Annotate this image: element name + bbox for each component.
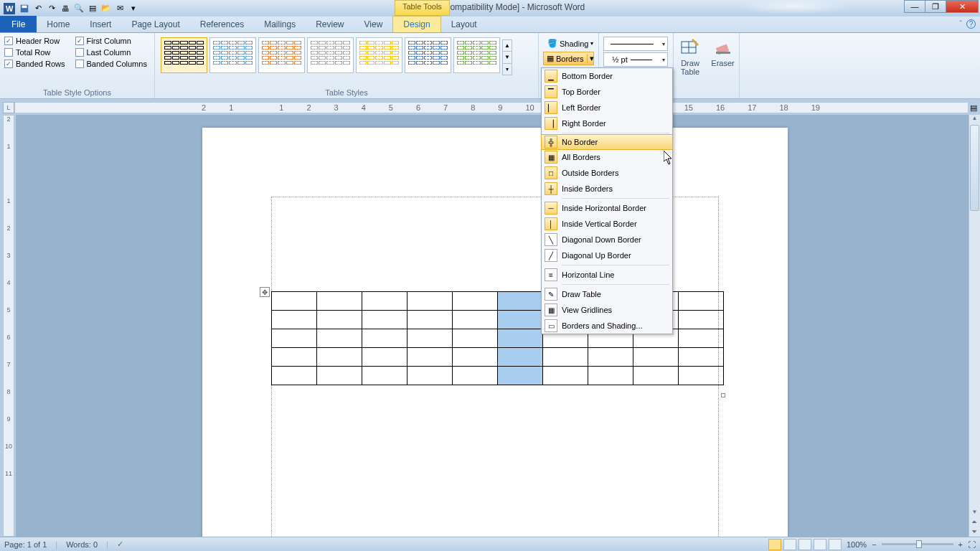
tab-references[interactable]: References	[190, 16, 254, 32]
dd-horizontal-line[interactable]: ≡Horizontal Line	[542, 267, 672, 283]
tab-mailings[interactable]: Mailings	[254, 16, 306, 32]
tab-insert[interactable]: Insert	[80, 16, 121, 32]
help-icon[interactable]: ?	[966, 19, 976, 29]
status-proofing-icon[interactable]: ✓	[117, 540, 123, 549]
table-style-5[interactable]	[356, 37, 402, 73]
dd-borders-and-shading[interactable]: ▭Borders and Shading...	[542, 318, 672, 334]
qat-email-icon[interactable]: ✉	[114, 3, 126, 14]
pen-weight-selector[interactable]: ½ pt	[603, 52, 668, 67]
borders-button[interactable]: ▦ Borders ▾	[543, 52, 594, 65]
scrollbar-thumb[interactable]	[970, 125, 979, 211]
dd-inside-horizontal[interactable]: ─Inside Horizontal Border	[542, 200, 672, 216]
chk-banded-rows[interactable]: Banded Rows	[4, 60, 65, 68]
qat-save-icon[interactable]	[19, 3, 30, 14]
qat-customize-icon[interactable]: ▾	[128, 3, 139, 14]
gallery-scroll-up[interactable]: ▲	[503, 40, 512, 52]
chk-total-row-label: Total Row	[16, 48, 50, 57]
next-page-icon[interactable]: ⏷	[969, 528, 980, 535]
zoom-out-button[interactable]: −	[872, 540, 876, 549]
dd-right-border[interactable]: ▕Right Border	[542, 116, 672, 131]
restore-button[interactable]: ❐	[925, 0, 946, 13]
chk-banded-columns[interactable]: Banded Columns	[75, 60, 147, 68]
borders-dropdown-menu: ▁Bottom Border ▔Top Border ▏Left Border …	[541, 67, 673, 334]
qat-quickprint-icon[interactable]: 🖶	[60, 3, 71, 14]
dd-left-border[interactable]: ▏Left Border	[542, 100, 672, 116]
no-border-icon: ╬	[545, 136, 557, 149]
minimize-button[interactable]: —	[904, 0, 925, 13]
toggle-ruler-icon[interactable]: ▤	[969, 102, 979, 113]
pen-style-selector[interactable]	[603, 37, 668, 51]
chk-header-row[interactable]: Header Row	[4, 37, 65, 45]
dd-outside-borders[interactable]: □Outside Borders	[542, 165, 672, 181]
dd-inside-vertical[interactable]: │Inside Vertical Border	[542, 216, 672, 232]
borders-shading-icon: ▭	[545, 319, 557, 332]
group-table-styles: Table Styles	[155, 88, 538, 97]
zoom-in-button[interactable]: +	[958, 540, 963, 549]
dd-no-border[interactable]: ╬No Border	[541, 134, 673, 150]
table-resize-handle[interactable]	[721, 393, 725, 397]
qat-open-icon[interactable]: 📂	[100, 3, 112, 14]
dd-inside-borders-label: Inside Borders	[562, 184, 613, 193]
dd-all-borders[interactable]: ▦All Borders	[542, 149, 672, 165]
eraser-button[interactable]: Eraser	[711, 35, 735, 70]
status-words[interactable]: Words: 0	[66, 540, 98, 549]
qat-redo-icon[interactable]: ↷	[46, 3, 57, 14]
draw-table-label: Draw Table	[681, 59, 699, 76]
vertical-ruler[interactable]: 211234567891011	[3, 115, 14, 537]
tab-review[interactable]: Review	[306, 16, 354, 32]
view-draft[interactable]	[829, 539, 842, 550]
table-style-4[interactable]	[307, 37, 354, 73]
view-outline[interactable]	[814, 539, 826, 550]
borders-dropdown-toggle[interactable]: ▾	[587, 54, 596, 63]
zoom-slider[interactable]	[882, 543, 953, 545]
qat-printpreview-icon[interactable]: 🔍	[73, 3, 85, 14]
dd-diagonal-down[interactable]: ╲Diagonal Down Border	[542, 232, 672, 248]
dd-bottom-border[interactable]: ▁Bottom Border	[542, 68, 672, 84]
draw-table-button[interactable]: Draw Table	[678, 35, 702, 78]
prev-page-icon[interactable]: ⏶	[969, 518, 980, 525]
tab-design[interactable]: Design	[392, 16, 440, 32]
shading-button[interactable]: 🪣 Shading ▾	[543, 37, 594, 50]
table-style-6[interactable]	[405, 37, 451, 73]
table-move-handle[interactable]: ✥	[260, 287, 270, 297]
chk-last-column[interactable]: Last Column	[75, 48, 147, 57]
chk-total-row[interactable]: Total Row	[4, 48, 65, 57]
gallery-more[interactable]: ▾	[503, 64, 512, 75]
gallery-scroll-down[interactable]: ▼	[503, 52, 512, 63]
tab-page-layout[interactable]: Page Layout	[121, 16, 189, 32]
status-page[interactable]: Page: 1 of 1	[4, 540, 47, 549]
close-button[interactable]: ✕	[946, 0, 979, 13]
table-style-3[interactable]	[258, 37, 305, 73]
dd-all-borders-label: All Borders	[562, 153, 600, 161]
dd-inside-borders[interactable]: ┼Inside Borders	[542, 181, 672, 197]
zoom-level[interactable]: 100%	[847, 540, 867, 549]
tab-home[interactable]: Home	[37, 16, 80, 32]
dd-top-border[interactable]: ▔Top Border	[542, 84, 672, 100]
chk-first-column[interactable]: First Column	[75, 37, 147, 45]
dd-draw-table[interactable]: ✎Draw Table	[542, 286, 672, 302]
qat-new-icon[interactable]: ▤	[87, 3, 98, 14]
dd-view-gridlines[interactable]: ▦View Gridlines	[542, 302, 672, 318]
minimize-ribbon-icon[interactable]: ˆ	[959, 19, 962, 29]
dd-top-border-label: Top Border	[562, 88, 600, 96]
table-style-2[interactable]	[209, 37, 256, 73]
chevron-down-icon: ▾	[590, 40, 593, 47]
table-style-7[interactable]	[453, 37, 500, 73]
tab-view[interactable]: View	[354, 16, 393, 32]
tab-layout[interactable]: Layout	[441, 16, 487, 32]
vertical-scrollbar[interactable]: ▲ ▼ ⏶ ⏷	[969, 115, 980, 537]
zoom-fit-button[interactable]: ⛶	[968, 540, 976, 549]
tab-selector[interactable]: L	[3, 102, 14, 113]
chk-last-column-label: Last Column	[87, 48, 131, 57]
table-style-1[interactable]	[161, 37, 207, 73]
outside-borders-icon: □	[545, 166, 557, 179]
horizontal-ruler[interactable]: 2112345678910111213141516171819	[14, 102, 969, 113]
dd-diagonal-up[interactable]: ╱Diagonal Up Border	[542, 248, 672, 263]
view-full-screen[interactable]	[783, 539, 796, 550]
hline-icon: ≡	[545, 268, 557, 281]
qat-undo-icon[interactable]: ↶	[32, 3, 44, 14]
view-web-layout[interactable]	[798, 539, 811, 550]
tab-file[interactable]: File	[0, 16, 37, 32]
view-print-layout[interactable]	[768, 539, 781, 550]
document-area[interactable]: ✥	[16, 115, 969, 537]
